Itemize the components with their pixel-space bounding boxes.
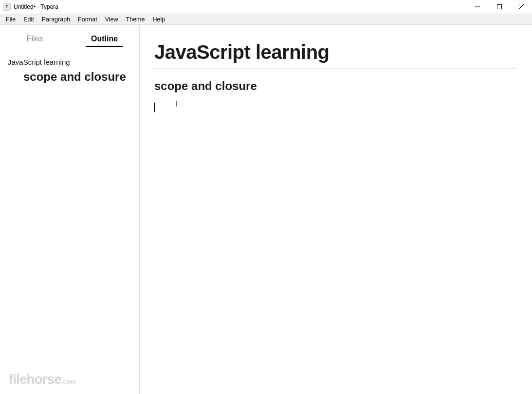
ibeam-cursor-icon: I	[176, 100, 178, 108]
menu-help[interactable]: Help	[148, 15, 169, 24]
menu-paragraph[interactable]: Paragraph	[38, 15, 74, 24]
outline-item-h2[interactable]: scope and closure	[0, 68, 139, 86]
text-cursor	[154, 103, 155, 112]
sidebar: Files Outline JavaScript learning scope …	[0, 25, 140, 394]
menu-edit[interactable]: Edit	[19, 15, 38, 24]
heading-2[interactable]: scope and closure	[154, 79, 517, 93]
maximize-button[interactable]	[488, 0, 510, 14]
menu-theme[interactable]: Theme	[122, 15, 149, 24]
outline-item-h1[interactable]: JavaScript learning	[0, 56, 139, 68]
heading-1[interactable]: JavaScript learning	[154, 41, 517, 69]
watermark-brand: filehorse	[9, 372, 61, 387]
cursor-line[interactable]: I	[154, 102, 517, 111]
menu-format[interactable]: Format	[74, 15, 101, 24]
menubar: File Edit Paragraph Format View Theme He…	[0, 14, 532, 25]
outline-list: JavaScript learning scope and closure	[0, 47, 139, 94]
watermark-suffix: .com	[61, 378, 76, 385]
window-controls	[466, 0, 532, 14]
tab-outline[interactable]: Outline	[70, 29, 139, 47]
sidebar-tabs: Files Outline	[0, 25, 139, 47]
menu-view[interactable]: View	[101, 15, 122, 24]
window-title: Untitled• - Typora	[14, 3, 58, 10]
content-area: Files Outline JavaScript learning scope …	[0, 25, 532, 394]
watermark: filehorse.com	[9, 372, 76, 387]
app-icon: T	[3, 3, 11, 11]
menu-file[interactable]: File	[2, 15, 19, 24]
titlebar: T Untitled• - Typora	[0, 0, 532, 14]
svg-rect-1	[497, 5, 501, 9]
close-button[interactable]	[510, 0, 532, 14]
editor[interactable]: JavaScript learning scope and closure I	[140, 25, 532, 394]
tab-files[interactable]: Files	[0, 29, 70, 47]
minimize-button[interactable]	[466, 0, 488, 14]
